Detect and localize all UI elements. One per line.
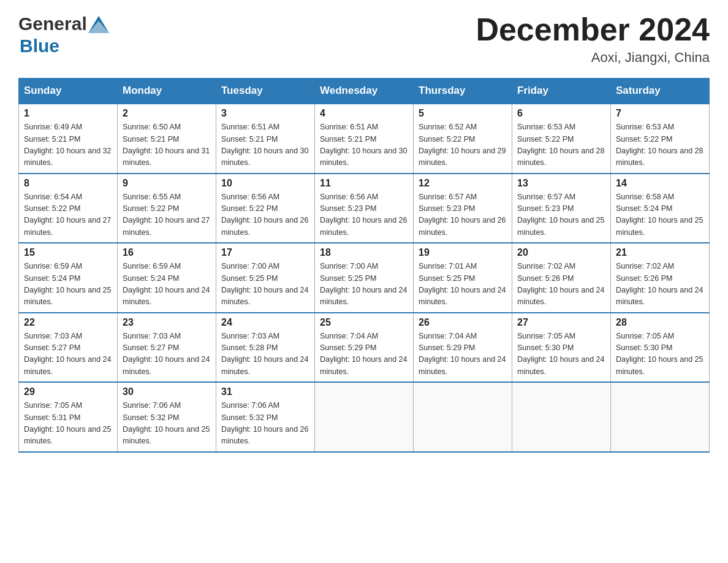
day-number: 24 xyxy=(221,317,309,328)
day-number: 29 xyxy=(24,386,112,397)
calendar-day-cell: 9Sunrise: 6:55 AMSunset: 5:22 PMDaylight… xyxy=(118,174,216,243)
month-title: December 2024 xyxy=(476,12,710,47)
day-info: Sunrise: 7:05 AMSunset: 5:30 PMDaylight:… xyxy=(517,331,605,378)
calendar-day-cell xyxy=(315,382,414,452)
day-info: Sunrise: 6:57 AMSunset: 5:23 PMDaylight:… xyxy=(517,191,605,239)
calendar-day-cell: 10Sunrise: 6:56 AMSunset: 5:22 PMDayligh… xyxy=(216,174,315,243)
day-info: Sunrise: 6:50 AMSunset: 5:21 PMDaylight:… xyxy=(123,121,211,169)
calendar-week-row: 22Sunrise: 7:03 AMSunset: 5:27 PMDayligh… xyxy=(19,313,710,383)
day-of-week-header: Saturday xyxy=(611,79,710,104)
day-number: 22 xyxy=(24,317,112,328)
day-info: Sunrise: 6:56 AMSunset: 5:22 PMDaylight:… xyxy=(221,191,309,239)
calendar-day-cell xyxy=(611,382,710,452)
day-number: 5 xyxy=(419,108,507,119)
calendar-day-cell: 1Sunrise: 6:49 AMSunset: 5:21 PMDaylight… xyxy=(19,104,118,174)
calendar-day-cell: 14Sunrise: 6:58 AMSunset: 5:24 PMDayligh… xyxy=(611,174,710,243)
calendar-day-cell xyxy=(414,382,512,452)
day-info: Sunrise: 6:53 AMSunset: 5:22 PMDaylight:… xyxy=(616,121,704,169)
day-number: 28 xyxy=(616,317,704,328)
day-info: Sunrise: 6:51 AMSunset: 5:21 PMDaylight:… xyxy=(320,121,408,169)
day-number: 4 xyxy=(320,108,408,119)
calendar-day-cell: 11Sunrise: 6:56 AMSunset: 5:23 PMDayligh… xyxy=(315,174,414,243)
calendar-day-cell: 13Sunrise: 6:57 AMSunset: 5:23 PMDayligh… xyxy=(512,174,611,243)
calendar-table: SundayMondayTuesdayWednesdayThursdayFrid… xyxy=(18,78,710,453)
day-info: Sunrise: 7:02 AMSunset: 5:26 PMDaylight:… xyxy=(517,261,605,308)
day-number: 25 xyxy=(320,317,408,328)
calendar-day-cell: 4Sunrise: 6:51 AMSunset: 5:21 PMDaylight… xyxy=(315,104,414,174)
day-number: 26 xyxy=(419,317,507,328)
day-number: 23 xyxy=(123,317,211,328)
day-of-week-header: Tuesday xyxy=(216,79,315,104)
calendar-day-cell: 23Sunrise: 7:03 AMSunset: 5:27 PMDayligh… xyxy=(118,313,216,383)
day-info: Sunrise: 7:02 AMSunset: 5:26 PMDaylight:… xyxy=(616,261,704,308)
day-info: Sunrise: 6:59 AMSunset: 5:24 PMDaylight:… xyxy=(123,261,211,308)
day-number: 30 xyxy=(123,386,211,397)
day-info: Sunrise: 7:04 AMSunset: 5:29 PMDaylight:… xyxy=(419,331,507,378)
calendar-day-cell: 18Sunrise: 7:00 AMSunset: 5:25 PMDayligh… xyxy=(315,243,414,313)
day-info: Sunrise: 7:05 AMSunset: 5:31 PMDaylight:… xyxy=(24,400,112,448)
calendar-day-cell: 5Sunrise: 6:52 AMSunset: 5:22 PMDaylight… xyxy=(414,104,512,174)
day-of-week-header: Wednesday xyxy=(315,79,414,104)
calendar-day-cell: 3Sunrise: 6:51 AMSunset: 5:21 PMDaylight… xyxy=(216,104,315,174)
calendar-day-cell: 8Sunrise: 6:54 AMSunset: 5:22 PMDaylight… xyxy=(19,174,118,243)
calendar-day-cell: 17Sunrise: 7:00 AMSunset: 5:25 PMDayligh… xyxy=(216,243,315,313)
day-number: 20 xyxy=(517,247,605,258)
day-info: Sunrise: 6:57 AMSunset: 5:23 PMDaylight:… xyxy=(419,191,507,239)
calendar-day-cell: 30Sunrise: 7:06 AMSunset: 5:32 PMDayligh… xyxy=(118,382,216,452)
logo: General Blue xyxy=(18,12,109,56)
day-of-week-header: Monday xyxy=(118,79,216,104)
day-number: 11 xyxy=(320,178,408,189)
calendar-week-row: 15Sunrise: 6:59 AMSunset: 5:24 PMDayligh… xyxy=(19,243,710,313)
day-info: Sunrise: 7:06 AMSunset: 5:32 PMDaylight:… xyxy=(123,400,211,448)
day-info: Sunrise: 6:53 AMSunset: 5:22 PMDaylight:… xyxy=(517,121,605,169)
calendar-week-row: 29Sunrise: 7:05 AMSunset: 5:31 PMDayligh… xyxy=(19,382,710,452)
day-info: Sunrise: 6:59 AMSunset: 5:24 PMDaylight:… xyxy=(24,261,112,308)
day-number: 13 xyxy=(517,178,605,189)
calendar-day-cell: 25Sunrise: 7:04 AMSunset: 5:29 PMDayligh… xyxy=(315,313,414,383)
day-of-week-header: Friday xyxy=(512,79,611,104)
calendar-week-row: 1Sunrise: 6:49 AMSunset: 5:21 PMDaylight… xyxy=(19,104,710,174)
calendar-day-cell: 31Sunrise: 7:06 AMSunset: 5:32 PMDayligh… xyxy=(216,382,315,452)
svg-marker-1 xyxy=(88,21,109,33)
calendar-day-cell: 6Sunrise: 6:53 AMSunset: 5:22 PMDaylight… xyxy=(512,104,611,174)
day-info: Sunrise: 6:58 AMSunset: 5:24 PMDaylight:… xyxy=(616,191,704,239)
day-info: Sunrise: 7:03 AMSunset: 5:28 PMDaylight:… xyxy=(221,331,309,378)
day-info: Sunrise: 7:01 AMSunset: 5:25 PMDaylight:… xyxy=(419,261,507,308)
calendar-day-cell: 20Sunrise: 7:02 AMSunset: 5:26 PMDayligh… xyxy=(512,243,611,313)
calendar-day-cell xyxy=(512,382,611,452)
calendar-day-cell: 19Sunrise: 7:01 AMSunset: 5:25 PMDayligh… xyxy=(414,243,512,313)
day-info: Sunrise: 6:54 AMSunset: 5:22 PMDaylight:… xyxy=(24,191,112,239)
day-number: 9 xyxy=(123,178,211,189)
day-number: 31 xyxy=(221,386,309,397)
day-number: 1 xyxy=(24,108,112,119)
day-of-week-header: Sunday xyxy=(19,79,118,104)
day-number: 16 xyxy=(123,247,211,258)
calendar-day-cell: 12Sunrise: 6:57 AMSunset: 5:23 PMDayligh… xyxy=(414,174,512,243)
day-number: 3 xyxy=(221,108,309,119)
day-number: 14 xyxy=(616,178,704,189)
page-header: General Blue December 2024 Aoxi, Jiangxi… xyxy=(18,12,710,66)
day-info: Sunrise: 7:03 AMSunset: 5:27 PMDaylight:… xyxy=(123,331,211,378)
day-of-week-header: Thursday xyxy=(414,79,512,104)
day-number: 17 xyxy=(221,247,309,258)
day-info: Sunrise: 6:49 AMSunset: 5:21 PMDaylight:… xyxy=(24,121,112,169)
calendar-day-cell: 29Sunrise: 7:05 AMSunset: 5:31 PMDayligh… xyxy=(19,382,118,452)
calendar-week-row: 8Sunrise: 6:54 AMSunset: 5:22 PMDaylight… xyxy=(19,174,710,243)
day-info: Sunrise: 6:55 AMSunset: 5:22 PMDaylight:… xyxy=(123,191,211,239)
calendar-day-cell: 24Sunrise: 7:03 AMSunset: 5:28 PMDayligh… xyxy=(216,313,315,383)
day-number: 2 xyxy=(123,108,211,119)
day-number: 21 xyxy=(616,247,704,258)
logo-blue-text: Blue xyxy=(20,36,59,56)
day-number: 27 xyxy=(517,317,605,328)
day-number: 15 xyxy=(24,247,112,258)
calendar-header-row: SundayMondayTuesdayWednesdayThursdayFrid… xyxy=(19,79,710,104)
day-info: Sunrise: 6:56 AMSunset: 5:23 PMDaylight:… xyxy=(320,191,408,239)
day-number: 19 xyxy=(419,247,507,258)
calendar-day-cell: 22Sunrise: 7:03 AMSunset: 5:27 PMDayligh… xyxy=(19,313,118,383)
calendar-day-cell: 27Sunrise: 7:05 AMSunset: 5:30 PMDayligh… xyxy=(512,313,611,383)
day-info: Sunrise: 7:03 AMSunset: 5:27 PMDaylight:… xyxy=(24,331,112,378)
day-info: Sunrise: 6:52 AMSunset: 5:22 PMDaylight:… xyxy=(419,121,507,169)
logo-icon xyxy=(88,16,109,36)
title-block: December 2024 Aoxi, Jiangxi, China xyxy=(476,12,710,66)
day-info: Sunrise: 7:00 AMSunset: 5:25 PMDaylight:… xyxy=(221,261,309,308)
